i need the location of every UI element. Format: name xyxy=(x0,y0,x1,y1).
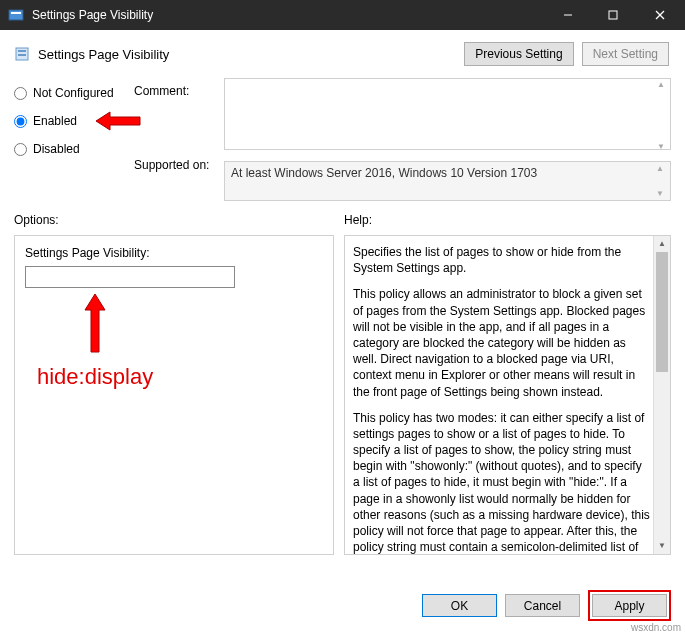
svg-marker-9 xyxy=(96,112,140,130)
panels: Settings Page Visibility: hide:display S… xyxy=(0,231,685,555)
visibility-input[interactable] xyxy=(25,266,235,288)
svg-marker-10 xyxy=(85,294,105,352)
previous-setting-button[interactable]: Previous Setting xyxy=(464,42,573,66)
annotation-text: hide:display xyxy=(37,364,153,390)
page-title: Settings Page Visibility xyxy=(38,47,464,62)
window-title: Settings Page Visibility xyxy=(32,8,545,22)
dialog-buttons: OK Cancel Apply xyxy=(422,590,671,621)
policy-icon xyxy=(14,46,30,62)
section-labels: Options: Help: xyxy=(0,201,685,231)
visibility-field-label: Settings Page Visibility: xyxy=(25,246,323,260)
scroll-up-icon[interactable]: ▲ xyxy=(654,236,670,252)
next-setting-button: Next Setting xyxy=(582,42,669,66)
ok-button[interactable]: OK xyxy=(422,594,497,617)
svg-rect-1 xyxy=(11,12,21,14)
help-paragraph-1: Specifies the list of pages to show or h… xyxy=(353,244,650,276)
minimize-button[interactable] xyxy=(545,0,590,30)
help-paragraph-3: This policy has two modes: it can either… xyxy=(353,410,650,555)
help-scrollbar[interactable]: ▲ ▼ xyxy=(653,236,670,554)
annotation-arrow-input xyxy=(83,292,107,354)
svg-rect-0 xyxy=(9,10,23,20)
app-icon xyxy=(8,7,24,23)
supported-scrollbar[interactable]: ▲▼ xyxy=(652,164,668,198)
supported-on-text: At least Windows Server 2016, Windows 10… xyxy=(231,166,537,180)
help-label: Help: xyxy=(344,213,372,227)
comment-label: Comment: xyxy=(134,84,224,98)
help-panel: Specifies the list of pages to show or h… xyxy=(344,235,671,555)
close-button[interactable] xyxy=(635,0,685,30)
maximize-button[interactable] xyxy=(590,0,635,30)
help-paragraph-2: This policy allows an administrator to b… xyxy=(353,286,650,399)
scroll-thumb[interactable] xyxy=(656,252,668,372)
state-radios: Not Configured Enabled Disabled xyxy=(14,78,134,201)
field-labels: Comment: Supported on: xyxy=(134,78,224,201)
config-area: Not Configured Enabled Disabled Comment:… xyxy=(0,74,685,201)
supported-label: Supported on: xyxy=(134,158,224,172)
radio-not-configured-label: Not Configured xyxy=(33,86,114,100)
svg-rect-8 xyxy=(18,54,26,56)
apply-button[interactable]: Apply xyxy=(592,594,667,617)
setting-nav: Previous Setting Next Setting xyxy=(464,42,669,66)
options-panel: Settings Page Visibility: hide:display xyxy=(14,235,334,555)
radio-not-configured[interactable] xyxy=(14,87,27,100)
header: Settings Page Visibility Previous Settin… xyxy=(0,30,685,74)
annotation-arrow-enabled xyxy=(94,110,142,132)
radio-enabled-label: Enabled xyxy=(33,114,77,128)
comment-scrollbar[interactable]: ▲▼ xyxy=(653,80,669,151)
options-label: Options: xyxy=(14,213,344,227)
radio-disabled-label: Disabled xyxy=(33,142,80,156)
radio-enabled[interactable] xyxy=(14,115,27,128)
radio-disabled[interactable] xyxy=(14,143,27,156)
scroll-down-icon[interactable]: ▼ xyxy=(654,538,670,554)
cancel-button[interactable]: Cancel xyxy=(505,594,580,617)
annotation-apply-highlight: Apply xyxy=(588,590,671,621)
svg-rect-3 xyxy=(609,11,617,19)
comment-input[interactable] xyxy=(224,78,671,150)
watermark: wsxdn.com xyxy=(629,622,683,633)
titlebar: Settings Page Visibility xyxy=(0,0,685,30)
window-controls xyxy=(545,0,685,30)
svg-rect-7 xyxy=(18,50,26,52)
supported-on-box: At least Windows Server 2016, Windows 10… xyxy=(224,161,671,201)
field-inputs: ▲▼ At least Windows Server 2016, Windows… xyxy=(224,78,671,201)
